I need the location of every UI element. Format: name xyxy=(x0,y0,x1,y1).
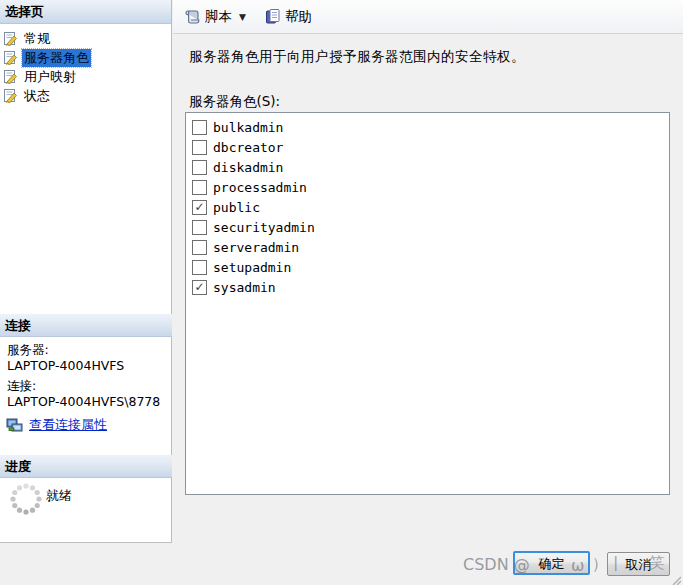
role-label: processadmin xyxy=(213,180,307,195)
server-role-row: ✓ sysadmin xyxy=(190,277,669,297)
role-checkbox[interactable]: ✓ xyxy=(192,200,207,215)
server-roles-listbox[interactable]: bulkadmin dbcreator diskadmin processadm… xyxy=(185,112,670,495)
role-label: dbcreator xyxy=(213,140,283,155)
server-role-row: serveradmin xyxy=(190,237,669,257)
server-role-row: diskadmin xyxy=(190,157,669,177)
help-button-label: 帮助 xyxy=(285,8,312,26)
role-label: sysadmin xyxy=(213,280,276,295)
server-role-row: ✓ public xyxy=(190,197,669,217)
cancel-button[interactable]: 取消 xyxy=(607,552,670,576)
role-checkbox[interactable]: ✓ xyxy=(192,280,207,295)
sidebar-page-label: 常规 xyxy=(22,30,52,48)
role-checkbox[interactable] xyxy=(192,220,207,235)
server-role-row: dbcreator xyxy=(190,137,669,157)
server-role-row: setupadmin xyxy=(190,257,669,277)
role-checkbox[interactable] xyxy=(192,180,207,195)
role-label: public xyxy=(213,200,260,215)
page-edit-icon xyxy=(3,88,19,103)
view-connection-link[interactable]: 查看连接属性 xyxy=(29,416,107,434)
sidebar-page-label: 状态 xyxy=(22,87,52,105)
pages-list: 常规 服务器角色 xyxy=(0,24,171,105)
page-edit-icon xyxy=(3,69,19,84)
role-checkbox[interactable] xyxy=(192,260,207,275)
connection-value: LAPTOP-4004HVFS\8778 xyxy=(7,394,170,410)
server-label: 服务器: xyxy=(7,342,170,358)
server-role-row: processadmin xyxy=(190,177,669,197)
sidebar-page-item[interactable]: 状态 xyxy=(0,86,171,105)
script-button[interactable]: 脚本 ▼ xyxy=(179,3,253,31)
script-icon xyxy=(184,8,201,25)
chevron-down-icon[interactable]: ▼ xyxy=(239,12,246,22)
ok-button[interactable]: 确定 xyxy=(513,551,590,575)
server-roles-dialog: 选择页 常规 xyxy=(0,0,683,585)
role-label: bulkadmin xyxy=(213,120,283,135)
role-checkbox[interactable] xyxy=(192,120,207,135)
progress-status: 就绪 xyxy=(46,487,72,505)
connection-properties-icon xyxy=(6,417,24,433)
connection-info: 服务器: LAPTOP-4004HVFS 连接: LAPTOP-4004HVFS… xyxy=(7,342,170,410)
role-label: diskadmin xyxy=(213,160,283,175)
server-roles-label: 服务器角色(S): xyxy=(189,93,280,111)
role-checkbox[interactable] xyxy=(192,240,207,255)
view-connection-row: 查看连接属性 xyxy=(6,416,107,434)
connection-header: 连接 xyxy=(0,314,172,337)
sidebar-page-item[interactable]: 用户映射 xyxy=(0,67,171,86)
connection-label: 连接: xyxy=(7,378,170,394)
script-button-label: 脚本 xyxy=(205,8,232,26)
select-page-header: 选择页 xyxy=(0,0,171,24)
sidebar-page-label: 用户映射 xyxy=(22,68,78,86)
help-button[interactable]: 帮助 xyxy=(259,3,317,31)
role-label: serveradmin xyxy=(213,240,299,255)
progress-spinner-icon xyxy=(8,481,44,517)
page-edit-icon xyxy=(3,31,19,46)
server-value: LAPTOP-4004HVFS xyxy=(7,358,170,374)
server-role-row: securityadmin xyxy=(190,217,669,237)
help-icon xyxy=(264,8,281,25)
server-role-row: bulkadmin xyxy=(190,117,669,137)
sidebar-page-label: 服务器角色 xyxy=(22,49,91,67)
sidebar-page-item[interactable]: 常规 xyxy=(0,29,171,48)
resize-grip-icon[interactable] xyxy=(671,573,681,583)
main-toolbar: 脚本 ▼ 帮助 xyxy=(173,0,683,34)
progress-header: 进度 xyxy=(0,455,172,478)
role-checkbox[interactable] xyxy=(192,140,207,155)
page-edit-icon xyxy=(3,50,19,65)
role-label: setupadmin xyxy=(213,260,291,275)
page-description: 服务器角色用于向用户授予服务器范围内的安全特权。 xyxy=(189,48,669,66)
role-checkbox[interactable] xyxy=(192,160,207,175)
sidebar-page-item[interactable]: 服务器角色 xyxy=(0,48,171,67)
role-label: securityadmin xyxy=(213,220,315,235)
